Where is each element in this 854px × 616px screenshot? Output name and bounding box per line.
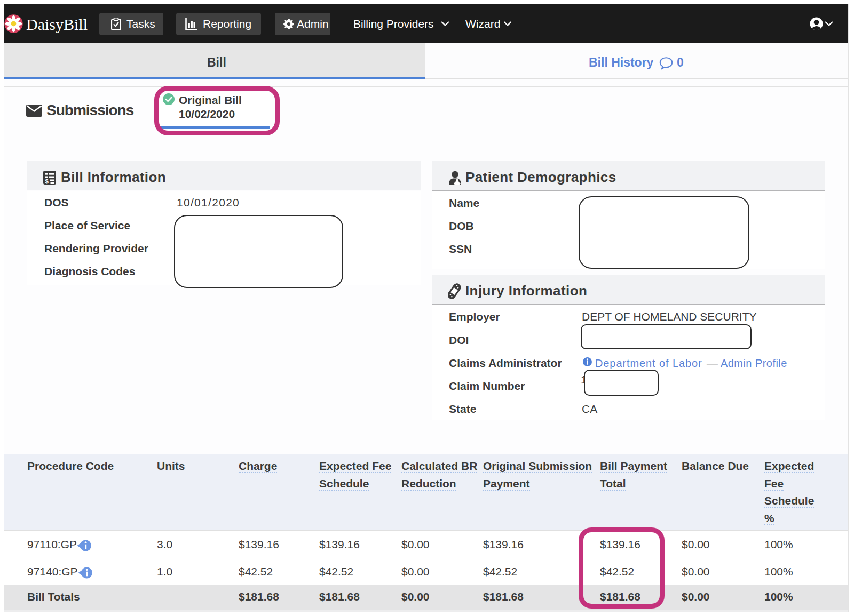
svg-text:$: $ bbox=[45, 178, 49, 185]
